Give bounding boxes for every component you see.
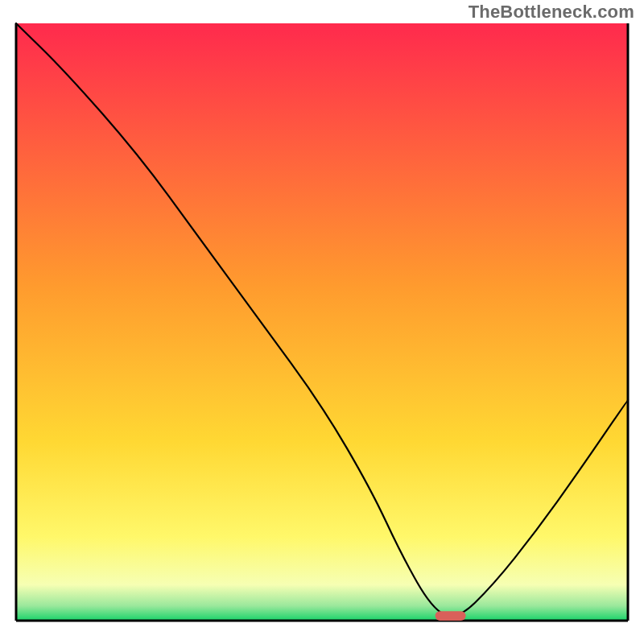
bottleneck-chart [0,0,644,644]
chart-container: TheBottleneck.com [0,0,644,644]
optimal-marker [436,611,466,621]
